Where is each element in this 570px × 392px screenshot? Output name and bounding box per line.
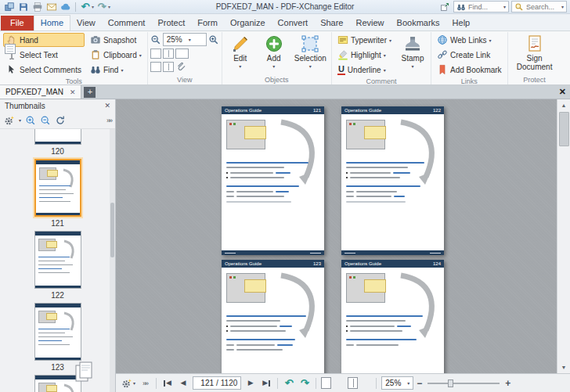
attachments-icon[interactable] [175,61,186,72]
edit-caret-icon: ▾ [239,63,241,69]
thumbnails-options-icon[interactable] [4,115,15,126]
document-page[interactable]: Operations Guide124 [341,260,444,373]
undo-caret-icon[interactable]: ▾ [92,4,94,9]
highlight-button[interactable]: Highlight ▾ [334,48,395,62]
previous-page-button[interactable]: ◀ [177,376,189,390]
two-page-layout-icon[interactable] [348,377,358,389]
find-button[interactable]: Find ▾ [87,63,145,77]
thumbnails-panel-close-icon[interactable]: ✕ [104,102,110,110]
document-canvas[interactable]: Operations Guide121 [116,99,557,373]
new-document-tab-button[interactable]: + [84,87,96,98]
typewriter-button[interactable]: Typewriter ▾ [334,33,395,47]
status-zoom-combo[interactable]: 25% ▾ [381,376,413,390]
snapshot-button[interactable]: Snapshot [87,33,145,47]
redo-icon[interactable]: ↷ [96,1,108,13]
add-bookmark-button[interactable]: Add Bookmark [434,63,505,77]
actual-size-icon[interactable] [150,49,161,59]
search-input[interactable] [526,3,559,11]
zoom-in-icon[interactable] [208,34,219,45]
launch-application-icon[interactable] [438,1,451,13]
zoom-slider-knob[interactable] [448,379,453,387]
ribbon-tab-form[interactable]: Form [191,16,224,31]
sign-document-button[interactable]: Sign Document [510,33,559,72]
ribbon-tab-share[interactable]: Share [314,16,349,31]
create-link-button[interactable]: Create Link [434,48,505,62]
thumbnails-scrollbar-thumb[interactable] [110,203,114,257]
two-page-view-icon[interactable] [163,49,174,59]
canvas-scrollbar-thumb[interactable] [559,112,569,146]
zoom-slider[interactable] [428,383,500,384]
search-caret-icon[interactable]: ▾ [561,4,564,9]
undo-icon[interactable]: ↶ [79,1,92,13]
document-page[interactable]: Operations Guide123 [222,260,324,373]
find-box[interactable]: ▾ [453,1,509,13]
ribbon-tab-file[interactable]: File [1,16,34,31]
save-icon[interactable] [17,1,30,13]
zoom-out-icon[interactable] [150,34,161,45]
document-tab-close-icon[interactable]: ✕ [70,88,76,96]
thumbnails-zoom-in-icon[interactable] [25,115,36,126]
document-tab[interactable]: PDFXED7_MAN ✕ [0,85,81,99]
ribbon-tab-bar: File Home View Comment Protect Form Orga… [0,14,570,31]
ribbon-tab-bookmarks[interactable]: Bookmarks [391,16,446,31]
ribbon-zoom-combo[interactable]: 25% ▾ [163,33,207,46]
page-thumbnail-selected[interactable] [34,159,81,217]
ribbon-tab-comment[interactable]: Comment [102,16,152,31]
status-options-icon[interactable]: ▾ [121,376,135,390]
ribbon-tab-protect[interactable]: Protect [151,16,191,31]
previous-view-icon[interactable]: ↶ [283,376,295,390]
web-links-button[interactable]: Web Links ▾ [434,33,505,47]
document-page[interactable]: Operations Guide121 [222,106,324,255]
ribbon-tab-help[interactable]: Help [446,16,477,31]
underline-button[interactable]: U Underline ▾ [334,63,395,77]
share-cloud-icon[interactable] [60,1,72,13]
continuous-view-icon[interactable] [5,44,16,54]
find-caret-icon[interactable]: ▾ [503,4,506,9]
thumbnails-panel: Thumbnails ✕ ▾ »» [0,99,116,392]
stamp-button[interactable]: Stamp ▾ [397,33,428,70]
page-thumbnail[interactable] [34,129,81,145]
ribbon-tab-home[interactable]: Home [34,15,70,31]
highlight-caret-icon: ▾ [384,52,386,58]
search-box[interactable]: ▾ [511,1,567,13]
first-page-button[interactable]: ◀ [161,376,174,390]
close-document-icon[interactable]: ✕ [559,87,566,97]
ribbon-tab-view[interactable]: View [70,16,102,31]
rotate-pages-icon[interactable] [55,115,66,126]
status-expand-icon[interactable]: »» [139,376,151,390]
page-text-lines [226,311,319,354]
continuous-two-page-icon[interactable] [163,62,174,72]
select-comments-button[interactable]: Select Comments [3,63,85,77]
page-thumbnail[interactable] [34,303,81,361]
find-input[interactable] [468,3,501,11]
zoom-out-button[interactable]: − [417,378,422,389]
print-icon[interactable] [31,1,44,13]
document-page[interactable]: Operations Guide122 [341,106,444,255]
page-number-box[interactable]: / 1120 [193,376,241,390]
page-thumbnail[interactable] [34,231,81,289]
zoom-in-button[interactable]: + [505,378,510,389]
single-page-icon[interactable] [150,62,161,72]
edit-objects-button[interactable]: Edit ▾ [225,33,256,70]
add-objects-button[interactable]: Add ▾ [258,33,290,70]
next-view-icon[interactable]: ↷ [298,376,311,390]
scroll-down-icon[interactable]: ▼ [557,361,570,373]
page-number-input[interactable] [197,379,214,387]
ribbon-tab-review[interactable]: Review [349,16,390,31]
fit-visible-icon[interactable] [175,49,189,59]
canvas-scrollbar[interactable]: ▲ ▼ [557,99,570,373]
next-page-button[interactable]: ▶ [244,376,257,390]
redo-caret-icon[interactable]: ▾ [108,4,110,9]
last-page-button[interactable]: ▶ [260,376,272,390]
thumbnails-scrollbar[interactable] [110,129,115,392]
single-page-layout-icon[interactable] [321,377,331,389]
thumbnails-zoom-out-icon[interactable] [40,115,51,126]
ribbon-tab-convert[interactable]: Convert [272,16,315,31]
scroll-up-icon[interactable]: ▲ [557,99,570,111]
clipboard-button[interactable]: Clipboard ▾ [87,48,145,62]
thumbnails-toolbar-expand-icon[interactable]: »» [106,117,111,124]
ribbon-tab-organize[interactable]: Organize [224,16,272,31]
thumbnails-options-caret-icon[interactable]: ▾ [19,117,21,123]
email-icon[interactable] [45,1,58,13]
selection-button[interactable]: Selection ▾ [292,33,329,70]
